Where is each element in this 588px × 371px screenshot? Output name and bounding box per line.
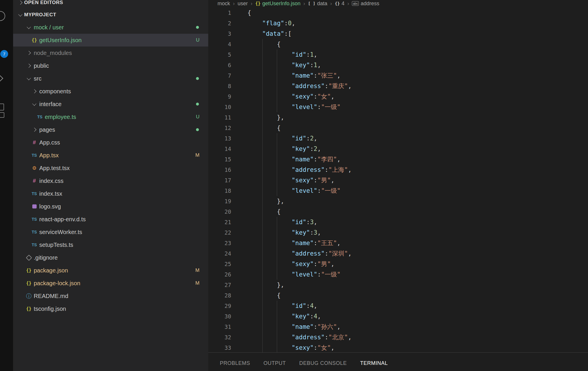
- tree-file-react-app-env-d-ts[interactable]: TSreact-app-env.d.ts: [13, 213, 208, 226]
- code-line[interactable]: 22 "key":3,: [208, 227, 588, 238]
- panel-tab-output[interactable]: OUTPUT: [263, 360, 286, 366]
- indent-guide: [262, 217, 263, 227]
- tree-folder-mock-user[interactable]: mock / user: [13, 21, 208, 34]
- tree-file-package-lock-json[interactable]: {}package-lock.jsonM: [13, 277, 208, 290]
- code-line[interactable]: 27 },: [208, 280, 588, 290]
- code-line[interactable]: 18 "level":"一级": [208, 186, 588, 196]
- code-line[interactable]: 21 "id":3,: [208, 217, 588, 227]
- code-line[interactable]: 30 "key":4,: [208, 311, 588, 322]
- code-line[interactable]: 3 "data":[: [208, 28, 588, 39]
- code-line[interactable]: 2 "flag":0,: [208, 18, 588, 28]
- code-line-text: "sexy":"女",: [247, 343, 334, 352]
- line-number: 2: [208, 18, 231, 28]
- code-line[interactable]: 1{: [208, 8, 588, 18]
- code-line[interactable]: 8 "address":"重庆",: [208, 81, 588, 91]
- tree-file-readme-md[interactable]: ⓘREADME.md: [13, 290, 208, 302]
- tree-folder-pages[interactable]: pages: [13, 123, 208, 136]
- tree-file-employee-ts[interactable]: TSemployee.tsU: [13, 110, 208, 123]
- panel-tab-problems[interactable]: PROBLEMS: [220, 360, 250, 366]
- code-line[interactable]: 5 "id":1,: [208, 49, 588, 60]
- line-number: 28: [208, 290, 231, 301]
- breadcrumb-label: user: [238, 1, 248, 7]
- tree-file-package-json[interactable]: {}package.jsonM: [13, 264, 208, 277]
- code-line[interactable]: 32 "address":"北京",: [208, 332, 588, 343]
- typescript-file-icon: TS: [32, 191, 37, 196]
- tree-file-index-tsx[interactable]: TSindex.tsx: [13, 187, 208, 200]
- code-line[interactable]: 24 "address":"深圳",: [208, 248, 588, 259]
- code-line[interactable]: 20 {: [208, 206, 588, 217]
- indent-guide: [277, 332, 277, 343]
- code-line[interactable]: 15 "name":"李四",: [208, 154, 588, 165]
- code-line-text: "name":"李四",: [247, 154, 341, 165]
- code-line[interactable]: 13 "id":2,: [208, 133, 588, 144]
- breadcrumb-item-address[interactable]: abcaddress: [352, 1, 379, 7]
- code-line-text: "data":[: [247, 28, 292, 39]
- code-line[interactable]: 10 "level":"一级": [208, 102, 588, 112]
- tree-file-serviceworker-ts[interactable]: TSserviceWorker.ts: [13, 226, 208, 238]
- line-number: 4: [208, 39, 231, 49]
- tree-file-app-tsx[interactable]: TSApp.tsxM: [13, 149, 208, 162]
- breadcrumb-item-user[interactable]: user: [238, 1, 248, 7]
- git-status-badge: U: [196, 114, 199, 120]
- account-icon[interactable]: [0, 11, 5, 21]
- code-line[interactable]: 14 "key":2,: [208, 144, 588, 154]
- project-header[interactable]: MYPROJECT: [13, 9, 208, 21]
- code-line[interactable]: 17 "sexy":"男",: [208, 175, 588, 186]
- code-line[interactable]: 4 {: [208, 39, 588, 49]
- code-line[interactable]: 9 "sexy":"女",: [208, 91, 588, 102]
- tree-file-getuserinfo-json[interactable]: {}getUserInfo.jsonU: [13, 34, 208, 47]
- tree-file-index-css[interactable]: #index.css: [13, 174, 208, 187]
- editor-group: mock›user›{}getUserInfo.json›[ ]data›{}4…: [208, 0, 588, 371]
- tree-file-logo-svg[interactable]: logo.svg: [13, 200, 208, 213]
- code-line[interactable]: 6 "key":1,: [208, 60, 588, 70]
- run-icon[interactable]: [0, 75, 3, 81]
- panel-tab-debug-console[interactable]: DEBUG CONSOLE: [299, 360, 347, 366]
- panel-tab-terminal[interactable]: TERMINAL: [360, 360, 388, 366]
- tree-folder-interface[interactable]: interface: [13, 98, 208, 110]
- code-line[interactable]: 25 "sexy":"男",: [208, 259, 588, 269]
- tree-file-gitignore[interactable]: .gitignore: [13, 251, 208, 264]
- indent-guide: [262, 343, 263, 352]
- line-number: 27: [208, 280, 231, 290]
- line-number: 13: [208, 133, 231, 144]
- symbol-array-icon: [ ]: [308, 1, 315, 6]
- code-line[interactable]: 29 "id":4,: [208, 301, 588, 311]
- tree-file-app-css[interactable]: #App.css: [13, 136, 208, 149]
- code-line[interactable]: 19 },: [208, 196, 588, 206]
- breadcrumb-item-getuserinfo-json[interactable]: {}getUserInfo.json: [255, 1, 300, 7]
- line-number: 20: [208, 206, 231, 217]
- code-line[interactable]: 33 "sexy":"女",: [208, 343, 588, 352]
- tree-file-app-test-tsx[interactable]: ⚙App.test.tsx: [13, 162, 208, 174]
- typescript-file-icon: TS: [32, 230, 37, 234]
- code-line[interactable]: 28 {: [208, 290, 588, 301]
- code-editor[interactable]: 1{2 "flag":0,3 "data":[4 {5 "id":1,6 "ke…: [208, 8, 588, 352]
- code-line-text: "key":3,: [247, 227, 321, 238]
- code-line[interactable]: 26 "level":"一级": [208, 269, 588, 280]
- tree-folder-components[interactable]: components: [13, 85, 208, 98]
- breadcrumb-item-data[interactable]: [ ]data: [308, 1, 327, 7]
- breadcrumb-separator-icon: ›: [330, 1, 332, 7]
- changes-dot-badge: [196, 128, 199, 131]
- code-line[interactable]: 11 },: [208, 112, 588, 123]
- tree-folder-node-modules[interactable]: node_modules: [13, 47, 208, 59]
- line-number: 6: [208, 60, 231, 70]
- breadcrumb-item-mock[interactable]: mock: [218, 1, 230, 7]
- tree-folder-src[interactable]: src: [13, 72, 208, 85]
- code-line[interactable]: 31 "name":"孙六",: [208, 322, 588, 332]
- code-line[interactable]: 23 "name":"王五",: [208, 238, 588, 248]
- tree-item-label: getUserInfo.json: [39, 37, 82, 44]
- code-line-text: "key":1,: [247, 60, 321, 70]
- indent-guide: [262, 311, 263, 322]
- open-editors-header[interactable]: OPEN EDITORS: [13, 0, 208, 9]
- line-number: 23: [208, 238, 231, 248]
- code-line[interactable]: 12 {: [208, 123, 588, 133]
- indent-guide: [262, 102, 263, 112]
- line-number: 3: [208, 28, 231, 39]
- breadcrumb-item-4[interactable]: {}4: [335, 1, 345, 7]
- code-line[interactable]: 16 "address":"上海",: [208, 165, 588, 175]
- tree-file-setuptests-ts[interactable]: TSsetupTests.ts: [13, 238, 208, 251]
- code-line[interactable]: 7 "name":"张三",: [208, 70, 588, 81]
- extensions-icon[interactable]: [0, 104, 4, 110]
- tree-folder-public[interactable]: public: [13, 59, 208, 72]
- tree-file-tsconfig-json[interactable]: {}tsconfig.json: [13, 302, 208, 315]
